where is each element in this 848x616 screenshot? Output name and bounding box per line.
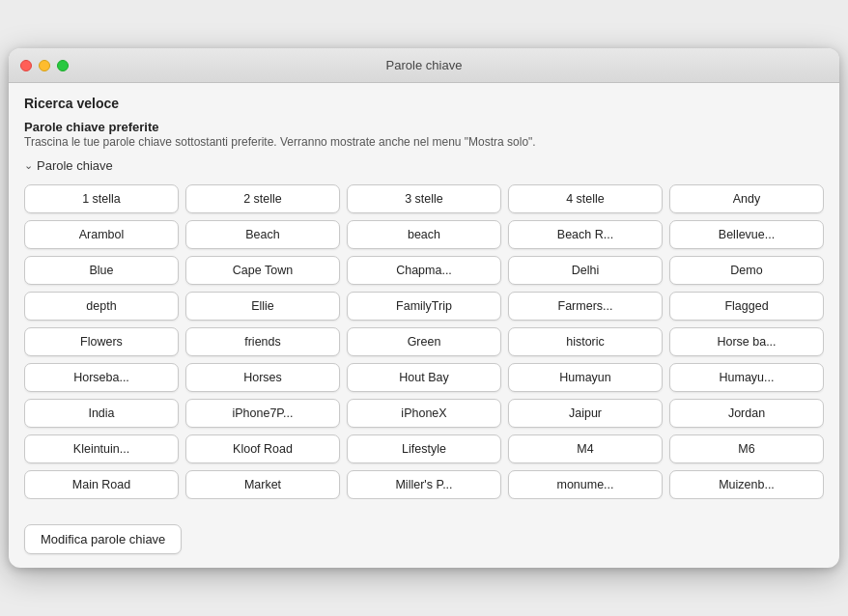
- keyword-button[interactable]: Chapma...: [347, 256, 501, 285]
- keyword-button[interactable]: Horses: [185, 363, 340, 392]
- keyword-button[interactable]: 4 stelle: [508, 184, 663, 213]
- window-title: Parole chiave: [386, 58, 463, 72]
- keyword-button[interactable]: Flagged: [669, 292, 824, 321]
- keyword-button[interactable]: Beach: [185, 220, 340, 249]
- favorites-description: Trascina le tue parole chiave sottostant…: [24, 135, 824, 149]
- keyword-button[interactable]: Farmers...: [508, 292, 663, 321]
- traffic-lights: [20, 60, 69, 71]
- keywords-section-label: Parole chiave: [37, 158, 113, 173]
- keyword-button[interactable]: M4: [508, 434, 663, 463]
- keywords-grid: 1 stella2 stelle3 stelle4 stelleAndyAram…: [24, 184, 824, 499]
- keyword-button[interactable]: Delhi: [508, 256, 663, 285]
- keyword-button[interactable]: Horseba...: [24, 363, 179, 392]
- keyword-button[interactable]: monume...: [508, 470, 663, 499]
- keyword-button[interactable]: 1 stella: [24, 184, 179, 213]
- minimize-button[interactable]: [39, 60, 50, 71]
- keyword-button[interactable]: Miller's P...: [347, 470, 501, 499]
- keyword-button[interactable]: Green: [347, 327, 501, 356]
- keyword-button[interactable]: Beach R...: [508, 220, 663, 249]
- chevron-down-icon: ⌄: [24, 159, 33, 172]
- keyword-button[interactable]: Humayu...: [669, 363, 824, 392]
- maximize-button[interactable]: [57, 60, 69, 71]
- edit-keywords-button[interactable]: Modifica parole chiave: [24, 524, 182, 554]
- keyword-button[interactable]: Arambol: [24, 220, 179, 249]
- close-button[interactable]: [20, 60, 32, 71]
- keyword-button[interactable]: Humayun: [508, 363, 663, 392]
- keyword-button[interactable]: Jordan: [669, 399, 824, 428]
- main-window: Parole chiave Ricerca veloce Parole chia…: [9, 48, 839, 568]
- keyword-button[interactable]: friends: [185, 327, 340, 356]
- keyword-button[interactable]: Blue: [24, 256, 179, 285]
- keyword-button[interactable]: Jaipur: [508, 399, 663, 428]
- keyword-button[interactable]: Ellie: [185, 292, 340, 321]
- keyword-button[interactable]: Hout Bay: [347, 363, 501, 392]
- keyword-button[interactable]: Bellevue...: [669, 220, 824, 249]
- titlebar: Parole chiave: [9, 48, 839, 83]
- keyword-button[interactable]: Andy: [669, 184, 824, 213]
- keyword-button[interactable]: Market: [185, 470, 340, 499]
- keyword-button[interactable]: iPhoneX: [347, 399, 501, 428]
- keyword-button[interactable]: Cape Town: [185, 256, 340, 285]
- keyword-button[interactable]: beach: [347, 220, 501, 249]
- keyword-button[interactable]: iPhone7P...: [185, 399, 340, 428]
- keyword-button[interactable]: historic: [508, 327, 663, 356]
- favorites-section: Parole chiave preferite Trascina le tue …: [24, 120, 824, 153]
- content-area: Ricerca veloce Parole chiave preferite T…: [9, 83, 839, 515]
- keyword-button[interactable]: Horse ba...: [669, 327, 824, 356]
- search-label: Ricerca veloce: [24, 96, 119, 111]
- footer: Modifica parole chiave: [9, 515, 839, 568]
- search-row: Ricerca veloce: [24, 95, 824, 112]
- keyword-button[interactable]: 2 stelle: [185, 184, 340, 213]
- keyword-button[interactable]: India: [24, 399, 179, 428]
- keyword-button[interactable]: Kloof Road: [185, 434, 340, 463]
- keyword-button[interactable]: Flowers: [24, 327, 179, 356]
- keyword-button[interactable]: 3 stelle: [347, 184, 501, 213]
- favorites-title: Parole chiave preferite: [24, 120, 824, 134]
- keyword-button[interactable]: Kleintuin...: [24, 434, 179, 463]
- keyword-button[interactable]: Muizenb...: [669, 470, 824, 499]
- keyword-button[interactable]: depth: [24, 292, 179, 321]
- keyword-button[interactable]: M6: [669, 434, 824, 463]
- keywords-header: ⌄ Parole chiave: [24, 158, 824, 173]
- keyword-button[interactable]: Lifestyle: [347, 434, 501, 463]
- keyword-button[interactable]: Demo: [669, 256, 824, 285]
- keyword-button[interactable]: Main Road: [24, 470, 179, 499]
- keyword-button[interactable]: FamilyTrip: [347, 292, 501, 321]
